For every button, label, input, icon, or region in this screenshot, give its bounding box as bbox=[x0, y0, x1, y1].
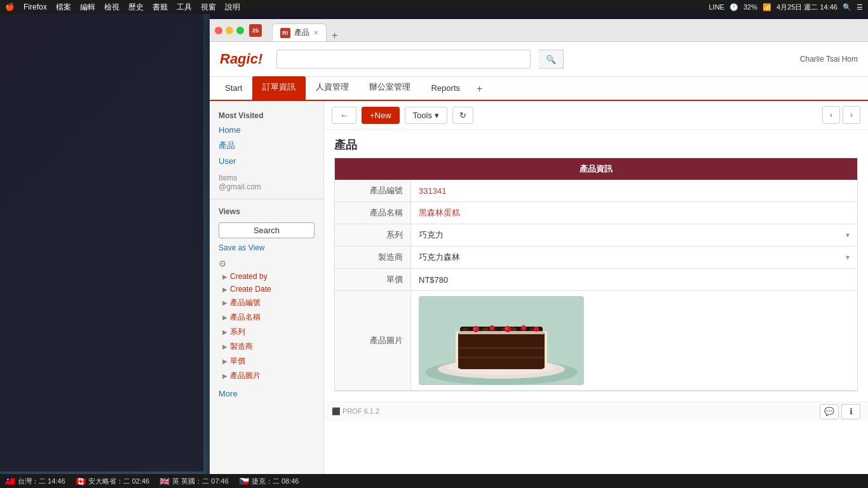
apple-menu[interactable]: 🍎 bbox=[5, 3, 15, 11]
filter-product-id[interactable]: ▶ 產品編號 bbox=[210, 295, 323, 310]
manufacturer-label: 製造商 bbox=[335, 247, 411, 268]
search-icon[interactable]: 🔍 bbox=[843, 3, 851, 11]
close-button[interactable] bbox=[215, 27, 222, 34]
maximize-button[interactable] bbox=[236, 27, 244, 34]
series-label: 系列 bbox=[335, 224, 411, 246]
mac-menu: 🍎 Firefox 檔案 編輯 檢視 歷史 書籤 工具 視窗 說明 bbox=[5, 2, 240, 13]
svg-point-22 bbox=[521, 325, 526, 330]
new-tab-button[interactable]: + bbox=[328, 30, 341, 41]
most-visited-title: Most Visited bbox=[210, 107, 323, 123]
filter-created-by[interactable]: ▶ Created by bbox=[210, 270, 323, 283]
version-badge: ⬛ PROF 6.1.2 bbox=[332, 407, 379, 416]
form-row-price: 單價 NT$780 bbox=[335, 269, 857, 291]
sidebar: Most Visited Home 產品 User Items @gmail.c… bbox=[210, 101, 324, 488]
bookmarks-menu[interactable]: 書籤 bbox=[153, 2, 168, 13]
sidebar-item-home[interactable]: Home bbox=[210, 123, 323, 137]
back-button[interactable]: ← bbox=[332, 107, 356, 124]
product-name-value[interactable]: 黑森林蛋糕 bbox=[411, 202, 857, 224]
manufacturer-value[interactable]: 巧克力森林 ▾ bbox=[411, 247, 857, 268]
tools-dropdown-icon: ▾ bbox=[435, 111, 439, 120]
battery-status: 32% bbox=[743, 3, 757, 11]
datetime: 4月25日 週二 14:46 bbox=[776, 3, 837, 12]
product-image bbox=[419, 296, 584, 385]
prev-record-button[interactable]: ‹ bbox=[822, 106, 840, 124]
help-menu[interactable]: 說明 bbox=[225, 2, 240, 13]
refresh-button[interactable]: ↻ bbox=[452, 107, 473, 124]
tab-office[interactable]: 辦公室管理 bbox=[359, 76, 421, 100]
svg-rect-16 bbox=[456, 331, 458, 369]
comment-icon: 💬 bbox=[824, 407, 834, 416]
browser-tabs: R! 產品 ✕ + bbox=[272, 19, 341, 41]
svg-rect-4 bbox=[457, 331, 546, 369]
view-menu[interactable]: 檢視 bbox=[104, 2, 119, 13]
main-content: ← +New Tools ▾ ↻ ‹ › bbox=[324, 101, 868, 488]
comment-button[interactable]: 💬 bbox=[820, 404, 839, 419]
tools-menu[interactable]: 工具 bbox=[177, 2, 192, 13]
views-title: Views bbox=[210, 205, 323, 219]
window-menu[interactable]: 視窗 bbox=[201, 2, 216, 13]
sidebar-item-user[interactable]: User bbox=[210, 154, 323, 168]
filter-series[interactable]: ▶ 系列 bbox=[210, 325, 323, 339]
search-button[interactable]: 🔍 bbox=[538, 50, 564, 69]
arrow-icon: ▶ bbox=[222, 343, 227, 350]
line-icon: LINE bbox=[709, 3, 724, 11]
browser-window: 25 R! 產品 ✕ + Ragic! 🔍 Charlie Tsai Hom S… bbox=[210, 19, 868, 488]
info-button[interactable]: ℹ bbox=[841, 404, 860, 419]
toolbar-nav: ‹ › bbox=[822, 106, 860, 124]
search-button[interactable]: Search bbox=[219, 222, 315, 238]
series-value[interactable]: 巧克力 ▾ bbox=[411, 224, 857, 246]
svg-point-23 bbox=[534, 327, 539, 332]
search-input[interactable] bbox=[276, 50, 531, 69]
sidebar-item-products[interactable]: 產品 bbox=[210, 137, 323, 154]
app-nav: Start 訂單資訊 人資管理 辦公室管理 Reports + bbox=[210, 77, 868, 101]
arrow-icon: ▶ bbox=[222, 286, 227, 293]
add-tab-button[interactable]: + bbox=[470, 78, 489, 100]
product-id-value[interactable]: 331341 bbox=[411, 180, 857, 201]
filter-section: ⚙ ▶ Created by ▶ Create Date ▶ 產品編號 ▶ 產品… bbox=[210, 254, 323, 387]
form-row-manufacturer: 製造商 巧克力森林 ▾ bbox=[335, 247, 857, 269]
filter-manufacturer[interactable]: ▶ 製造商 bbox=[210, 339, 323, 354]
svg-rect-17 bbox=[545, 331, 547, 369]
section-header: 產品資訊 bbox=[335, 158, 857, 180]
filter-create-date[interactable]: ▶ Create Date bbox=[210, 283, 323, 295]
search-icon: 🔍 bbox=[546, 55, 556, 64]
sidebar-gmail: Items @gmail.com bbox=[210, 171, 323, 194]
tab-title: 產品 bbox=[294, 27, 309, 38]
minimize-button[interactable] bbox=[226, 27, 233, 34]
filter-product-name[interactable]: ▶ 產品名稱 bbox=[210, 310, 323, 325]
svg-rect-18 bbox=[458, 331, 545, 334]
svg-rect-5 bbox=[457, 347, 546, 349]
product-name-label: 產品名稱 bbox=[335, 202, 411, 224]
calendar-tab[interactable]: 25 bbox=[249, 24, 262, 37]
save-as-view-link[interactable]: Save as View bbox=[210, 242, 323, 254]
tab-favicon: R! bbox=[280, 28, 290, 38]
price-value[interactable]: NT$780 bbox=[411, 269, 857, 290]
status-taiwan: 🇹🇼 台灣：二 14:46 bbox=[5, 477, 65, 486]
filter-price[interactable]: ▶ 單價 bbox=[210, 354, 323, 369]
form-row-product-id: 產品編號 331341 bbox=[335, 180, 857, 202]
product-image-container bbox=[411, 291, 857, 390]
filter-product-image[interactable]: ▶ 產品圖片 bbox=[210, 369, 323, 383]
firefox-menu[interactable]: Firefox bbox=[24, 3, 47, 11]
history-menu[interactable]: 歷史 bbox=[128, 2, 144, 13]
svg-rect-6 bbox=[457, 356, 546, 358]
form-row-series: 系列 巧克力 ▾ bbox=[335, 224, 857, 247]
more-link[interactable]: More bbox=[210, 387, 323, 400]
browser-chrome: 25 R! 產品 ✕ + bbox=[210, 19, 868, 42]
tab-hr[interactable]: 人資管理 bbox=[306, 76, 359, 100]
form-section: 產品資訊 產品編號 331341 產品名稱 黑森林蛋糕 bbox=[334, 158, 858, 391]
next-record-button[interactable]: › bbox=[843, 106, 860, 124]
svg-point-24 bbox=[474, 328, 476, 330]
tools-button[interactable]: Tools ▾ bbox=[405, 107, 447, 124]
list-icon[interactable]: ☰ bbox=[857, 3, 863, 11]
tab-start[interactable]: Start bbox=[215, 78, 252, 100]
tab-orders[interactable]: 訂單資訊 bbox=[252, 76, 306, 100]
edit-menu[interactable]: 編輯 bbox=[80, 2, 95, 13]
ragic-logo[interactable]: Ragic! bbox=[220, 51, 262, 67]
gear-icon[interactable]: ⚙ bbox=[210, 257, 323, 270]
tab-close-button[interactable]: ✕ bbox=[313, 29, 318, 36]
tab-reports[interactable]: Reports bbox=[421, 78, 470, 100]
active-tab[interactable]: R! 產品 ✕ bbox=[272, 24, 327, 41]
new-record-button[interactable]: +New bbox=[362, 107, 400, 124]
file-menu[interactable]: 檔案 bbox=[56, 2, 71, 13]
